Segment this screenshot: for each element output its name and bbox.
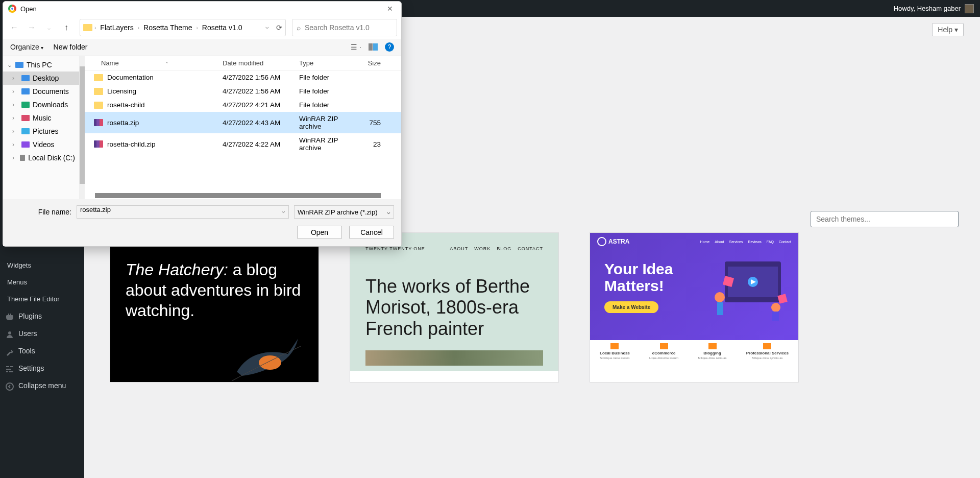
file-row[interactable]: rosetta.zip4/27/2022 4:43 AMWinRAR ZIP a… <box>85 112 401 133</box>
zip-icon <box>94 140 103 148</box>
breadcrumb[interactable]: › FlatLayers › Rosetta Theme › Rosetta v… <box>80 19 286 36</box>
file-size: 23 <box>359 140 390 148</box>
tree-this-pc[interactable]: This PC <box>3 58 79 71</box>
cancel-button[interactable]: Cancel <box>349 226 394 239</box>
column-size[interactable]: Size <box>359 59 390 67</box>
image-strip <box>365 350 543 366</box>
hero-illustration <box>709 256 791 323</box>
tree-scrollbar[interactable] <box>80 56 85 199</box>
plugin-icon <box>5 313 14 322</box>
close-icon[interactable]: ✕ <box>384 5 396 13</box>
file-type: File folder <box>299 74 359 81</box>
file-type: WinRAR ZIP archive <box>299 115 359 130</box>
svg-rect-17 <box>369 43 373 51</box>
sidebar-item-menus[interactable]: Menus <box>0 274 84 291</box>
theme-nav: Home About Services Reviews FAQ Contact <box>700 240 791 244</box>
settings-icon <box>5 365 14 374</box>
file-row[interactable]: Documentation4/27/2022 1:56 AMFile folde… <box>85 70 401 84</box>
howdy-text: Howdy, Hesham gaber <box>894 5 961 12</box>
sidebar-item-tools[interactable]: Tools <box>0 342 84 360</box>
help-icon[interactable]: ? <box>385 42 394 52</box>
file-type: File folder <box>299 101 359 109</box>
help-button[interactable]: Help <box>932 23 964 36</box>
organize-button[interactable]: Organize <box>10 43 43 51</box>
preview-pane-icon[interactable] <box>369 43 378 51</box>
new-folder-button[interactable]: New folder <box>54 43 88 51</box>
column-type[interactable]: Type <box>299 59 359 67</box>
avatar <box>965 4 974 13</box>
breadcrumb-item[interactable]: Rosetta Theme <box>141 22 194 33</box>
svg-rect-14 <box>772 312 779 321</box>
file-date: 4/27/2022 1:56 AM <box>223 74 299 81</box>
horizontal-scrollbar[interactable] <box>95 193 381 198</box>
downloads-icon <box>21 102 30 108</box>
pc-icon <box>15 62 23 68</box>
breadcrumb-item[interactable]: FlatLayers <box>98 22 135 33</box>
view-list-icon[interactable]: ☰ · <box>351 43 361 51</box>
search-input[interactable]: ⌕ Search Rosetta v1.0 <box>292 19 397 36</box>
file-date: 4/27/2022 4:21 AM <box>223 101 299 109</box>
svg-rect-12 <box>717 302 723 315</box>
theme-search-input[interactable] <box>811 211 959 227</box>
filename-input[interactable]: rosetta.zip <box>77 205 289 219</box>
tree-pictures[interactable]: Pictures <box>3 125 79 138</box>
sort-indicator: ⌃ <box>165 61 169 66</box>
back-button[interactable]: ← <box>7 19 21 36</box>
cta-button: Make a Website <box>604 301 658 313</box>
sidebar-item-users[interactable]: Users <box>0 325 84 342</box>
chevron-down-icon[interactable]: ⌵ <box>265 23 269 32</box>
astra-logo: ASTRA <box>597 237 629 246</box>
svg-rect-5 <box>9 371 13 372</box>
tree-documents[interactable]: Documents <box>3 85 79 98</box>
theme-card-twentytwentyone[interactable]: TWENTY TWENTY-ONE ABOUT WORK BLOG CONTAC… <box>350 232 559 383</box>
recent-dropdown[interactable]: ⌵ <box>42 19 56 36</box>
refresh-icon[interactable]: ⟳ <box>276 23 282 32</box>
dialog-toolbar: Organize New folder ☰ · ? <box>3 39 401 56</box>
filetype-select[interactable]: WinRAR ZIP archive (*.zip)⌵ <box>294 205 394 219</box>
file-size: 755 <box>359 119 390 127</box>
users-icon <box>5 330 14 339</box>
tree-videos[interactable]: Videos <box>3 138 79 151</box>
file-name: rosetta.zip <box>107 119 139 127</box>
breadcrumb-item[interactable]: Rosetta v1.0 <box>200 22 244 33</box>
theme-nav: ABOUT WORK BLOG CONTACT <box>450 246 543 251</box>
tree-local-disk[interactable]: Local Disk (C:) <box>3 151 79 164</box>
file-row[interactable]: rosetta-child.zip4/27/2022 4:22 AMWinRAR… <box>85 133 401 155</box>
file-type: WinRAR ZIP archive <box>299 136 359 152</box>
theme-categories: Local BusinessSimilique netio assum eCom… <box>590 340 798 372</box>
tree-desktop[interactable]: Desktop <box>3 71 79 85</box>
file-row[interactable]: rosetta-child4/27/2022 4:21 AMFile folde… <box>85 98 401 112</box>
theme-headline: The works of Berthe Morisot, 1800s-era F… <box>365 276 543 339</box>
file-row[interactable]: Licensing4/27/2022 1:56 AMFile folder <box>85 84 401 98</box>
search-icon: ⌕ <box>297 23 301 32</box>
svg-rect-1 <box>6 366 9 367</box>
open-button[interactable]: Open <box>297 226 342 239</box>
sidebar-item-plugins[interactable]: Plugins <box>0 307 84 325</box>
svg-rect-18 <box>373 43 378 51</box>
file-open-dialog: Open ✕ ← → ⌵ ↑ › FlatLayers › Rosetta Th… <box>3 1 402 247</box>
theme-card-astra[interactable]: ASTRA Home About Services Reviews FAQ Co… <box>590 232 799 383</box>
sidebar-item-theme-editor[interactable]: Theme File Editor <box>0 291 84 307</box>
filename-label: File name: <box>10 208 71 216</box>
file-date: 4/27/2022 4:22 AM <box>223 140 299 148</box>
folder-icon <box>94 88 103 95</box>
sidebar-item-collapse[interactable]: Collapse menu <box>0 377 84 394</box>
tree-downloads[interactable]: Downloads <box>3 98 79 111</box>
videos-icon <box>21 141 30 148</box>
tree-music[interactable]: Music <box>3 111 79 125</box>
file-name: Licensing <box>107 87 136 95</box>
sidebar-item-widgets[interactable]: Widgets <box>0 257 84 274</box>
column-date[interactable]: Date modified <box>223 59 299 67</box>
howdy-greeting[interactable]: Howdy, Hesham gaber <box>894 4 974 13</box>
forward-button[interactable]: → <box>24 19 39 36</box>
dialog-footer: File name: rosetta.zip WinRAR ZIP archiv… <box>3 199 401 246</box>
up-button[interactable]: ↑ <box>59 19 74 36</box>
file-date: 4/27/2022 4:43 AM <box>223 119 299 127</box>
theme-preview: The Hatchery: a blog about adventures in… <box>110 244 318 382</box>
theme-brand: TWENTY TWENTY-ONE <box>365 246 425 251</box>
theme-card-twentytwentytwo[interactable]: Installed The Hatchery: a blog about adv… <box>110 232 319 383</box>
sidebar-item-settings[interactable]: Settings <box>0 360 84 377</box>
column-name[interactable]: Name⌃ <box>85 59 223 67</box>
pictures-icon <box>21 128 30 134</box>
chevron-down-icon: ⌵ <box>387 209 390 216</box>
